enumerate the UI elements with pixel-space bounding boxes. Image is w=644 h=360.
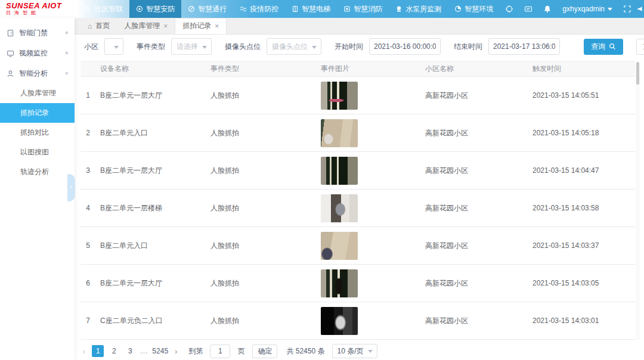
sidebar-item-track-analysis[interactable]: 轨迹分析 <box>0 162 75 182</box>
event-type-label: 事件类型 <box>137 42 165 52</box>
main-area: ⌂ 首页 人脸库管理 × 抓拍记录 × 小区 事件类型 请选择 摄像头点位 摄像… <box>75 18 644 360</box>
event-photo[interactable] <box>321 194 358 222</box>
next-page-button[interactable]: › <box>172 347 179 356</box>
tab-label: 人脸库管理 <box>124 21 160 31</box>
sidebar-collapse-handle[interactable]: ‹ <box>67 174 75 201</box>
event-photo[interactable] <box>321 307 358 335</box>
event-type-cell: 人脸抓拍 <box>206 302 316 339</box>
row-index: 1 <box>80 77 95 114</box>
chevron-down-icon <box>608 8 612 11</box>
page-button-1[interactable]: 1 <box>92 345 104 357</box>
sidebar-group-door-access[interactable]: 智能门禁 ∧ <box>0 23 75 43</box>
event-type-cell: 人脸抓拍 <box>206 152 316 189</box>
goto-page-input[interactable] <box>210 345 230 358</box>
user-menu[interactable]: gxhyxqadmin <box>562 5 612 13</box>
person-icon <box>7 70 14 77</box>
topnav-item-smart-security[interactable]: 智慧安防 <box>129 0 181 18</box>
sidebar-item-face-library[interactable]: 人脸库管理 <box>0 83 75 103</box>
event-type-cell: 人脸抓拍 <box>206 190 316 226</box>
row-index: 6 <box>80 265 95 302</box>
community-cell: 高新花园小区 <box>420 114 528 151</box>
topnav-item-smart-fire[interactable]: 智慧消防 <box>337 0 389 18</box>
event-photo[interactable] <box>321 269 358 297</box>
event-type-select[interactable]: 请选择 <box>171 38 212 55</box>
camera-label: 摄像头点位 <box>225 42 261 52</box>
brand-subtitle: 日海智能 <box>6 10 78 16</box>
target-icon[interactable] <box>505 5 513 13</box>
end-time-label: 结束时间 <box>454 42 482 52</box>
topnav-item-smart-environment[interactable]: 智慧环境 <box>448 0 500 18</box>
search-icon <box>609 43 616 50</box>
sidebar-item-capture-records[interactable]: 抓拍记录 <box>0 103 75 123</box>
search-button[interactable]: 查询 <box>584 39 623 55</box>
start-time-input[interactable] <box>369 38 441 55</box>
event-type-cell: 人脸抓拍 <box>206 227 316 264</box>
capture-records-table: 设备名称 事件类型 事件图片 小区名称 触发时间 1 B座二单元一层大厅 人脸抓… <box>80 61 635 340</box>
trigger-time-cell: 2021-03-15 14:03:58 <box>528 190 635 226</box>
event-photo[interactable] <box>321 119 358 147</box>
sidebar-item-capture-compare[interactable]: 抓拍对比 <box>0 123 75 142</box>
community-cell: 高新花园小区 <box>420 190 528 226</box>
sidebar-group-smart-analysis[interactable]: 智能分析 ∨ <box>0 63 75 83</box>
environment-icon <box>454 5 462 13</box>
topnav-item-epidemic-control[interactable]: 疫情防控 <box>233 0 285 18</box>
tab-home[interactable]: ⌂ 首页 <box>80 18 117 34</box>
sidebar-item-label: 以图搜图 <box>20 148 49 156</box>
table-row: 4 B座二单元一层楼梯 人脸抓拍 高新花园小区 2021-03-15 14:03… <box>80 190 635 227</box>
reset-button[interactable]: 重置 <box>636 39 644 55</box>
sidebar-item-label: 人脸库管理 <box>20 89 56 97</box>
goto-confirm-button[interactable]: 确定 <box>252 345 277 358</box>
sidebar-item-label: 轨迹分析 <box>20 167 49 176</box>
scrollbar-thumb[interactable] <box>636 62 639 85</box>
topnav-item-smart-elevator[interactable]: 智慧电梯 <box>285 0 337 18</box>
message-panel-icon[interactable] <box>524 5 532 13</box>
event-photo[interactable] <box>321 232 358 260</box>
sidebar-group-video-monitor[interactable]: 视频监控 ∧ <box>0 43 75 63</box>
page-size-select[interactable]: 10 条/页 <box>332 344 377 358</box>
row-index: 2 <box>80 114 95 151</box>
door-icon <box>7 29 14 37</box>
search-button-label: 查询 <box>591 42 605 52</box>
tab-face-library[interactable]: 人脸库管理 × <box>117 18 175 34</box>
community-label: 小区 <box>84 42 98 52</box>
topnav-item-pump-monitor[interactable]: 水泵房监测 <box>389 0 448 18</box>
goto-label: 到第 <box>188 346 203 356</box>
topnav-item-smart-access[interactable]: 智慧通行 <box>181 0 233 18</box>
event-photo[interactable] <box>321 82 358 110</box>
topnav-label: 智慧通行 <box>198 4 227 14</box>
close-icon[interactable]: × <box>163 23 168 30</box>
brand-title: SUNSEA AIOT <box>6 2 78 10</box>
tab-capture-records[interactable]: 抓拍记录 × <box>175 18 227 34</box>
topnav-label: 智慧安防 <box>146 4 175 14</box>
chevron-down-icon <box>202 46 207 49</box>
sidebar: 智能门禁 ∧ 视频监控 ∧ 智能分析 ∨ 人脸库管理 抓拍记录 抓拍对比 以图搜… <box>0 18 75 360</box>
event-type-cell: 人脸抓拍 <box>206 114 316 151</box>
trigger-time-cell: 2021-03-15 14:03:01 <box>528 302 635 339</box>
event-photo-cell <box>316 77 420 114</box>
camera-select[interactable]: 摄像头点位 <box>267 38 321 55</box>
end-time-input[interactable] <box>488 38 560 55</box>
page-ellipsis: ... <box>140 347 148 355</box>
brand-logo: SUNSEA AIOT 日海智能 <box>0 0 78 18</box>
fullscreen-icon[interactable] <box>623 5 631 13</box>
elevator-icon <box>292 5 299 13</box>
bell-icon[interactable] <box>543 5 552 13</box>
device-name-cell: B座二单元一层大厅 <box>95 77 206 114</box>
community-select[interactable] <box>104 38 123 55</box>
sidebar-item-image-search[interactable]: 以图搜图 <box>0 142 75 162</box>
prev-page-button[interactable]: ‹ <box>80 347 88 356</box>
community-cell: 高新花园小区 <box>420 302 528 339</box>
top-bar: SUNSEA AIOT 日海智能 社区智联 智慧安防 智慧通行 疫情防控 智慧电… <box>0 0 644 18</box>
table-scrollbar[interactable] <box>636 61 640 340</box>
sidebar-group-label: 智能分析 <box>19 69 48 79</box>
close-icon[interactable]: × <box>215 23 219 30</box>
announcement-icon[interactable] <box>637 5 644 13</box>
page-button-2[interactable]: 2 <box>108 345 120 357</box>
filter-bar: 小区 事件类型 请选择 摄像头点位 摄像头点位 开始时间 结束时间 查询 重置 <box>75 35 644 58</box>
topnav-label: 水泵房监测 <box>405 4 441 14</box>
access-icon <box>188 5 195 13</box>
page-button-last[interactable]: 5245 <box>152 345 168 357</box>
topnav-item-community[interactable]: 社区智联 <box>78 0 129 18</box>
event-photo[interactable] <box>321 157 358 185</box>
page-button-3[interactable]: 3 <box>124 345 136 357</box>
